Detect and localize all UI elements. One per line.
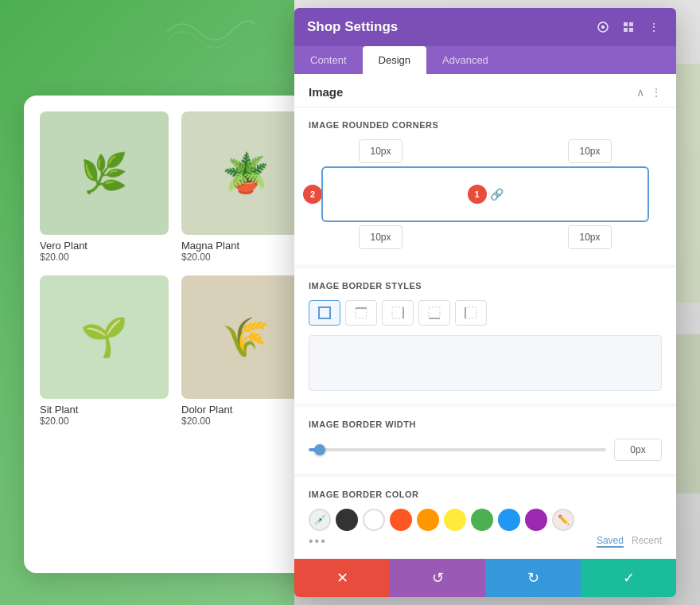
more-options-icon[interactable]: ⋮ [644,18,663,37]
border-style-bottom[interactable] [418,300,450,326]
section-header: Image ∧ ⋮ [294,74,676,107]
badge-1: 1 [468,185,487,204]
plant-item-4: 🌾 Dolor Plant $20.00 [181,275,310,427]
corners-container: 2 1 🔗 [309,139,662,249]
panel-footer: ✕ ↺ ↻ ✓ [294,559,676,597]
image-border-color-section: Image Border Color 💉 ✏️ ••• Saved Recent [294,477,676,559]
color-swatch-orange[interactable] [390,509,412,531]
border-width-row: 0px [309,439,662,461]
svg-rect-8 [356,307,367,318]
border-width-slider[interactable] [309,448,606,451]
color-palette: 💉 ✏️ [309,509,662,531]
svg-rect-11 [429,307,440,318]
svg-rect-6 [319,307,330,318]
plant-name-1: Vero Plant [40,240,169,252]
settings-panel: Shop Settings ⋮ Content Design Advanced … [294,8,676,597]
undo-button[interactable]: ↺ [390,559,485,597]
border-style-right[interactable] [382,300,414,326]
plant-grid: 🌿 Vero Plant $20.00 🪴 Magna Plant $20.00… [40,111,310,427]
collapse-icon[interactable]: ∧ [636,86,644,99]
image-border-styles-section: Image Border Styles [294,268,676,404]
plant-price-1: $20.00 [40,252,169,263]
svg-rect-3 [629,22,633,26]
tab-content[interactable]: Content [294,46,363,74]
section-more-icon[interactable]: ⋮ [651,86,662,99]
eyedropper-swatch[interactable]: 💉 [309,509,331,531]
panel-tabs: Content Design Advanced [294,46,676,74]
pencil-swatch[interactable]: ✏️ [552,509,574,531]
bottom-right-corner-input[interactable] [568,225,612,249]
plant-image-1: 🌿 [40,111,169,235]
plant-price-4: $20.00 [181,416,310,427]
section-header-actions: ∧ ⋮ [636,86,662,99]
color-swatch-black[interactable] [336,509,358,531]
panel-header-icons: ⋮ [593,18,663,37]
plant-name-3: Sit Plant [40,404,169,416]
svg-rect-4 [624,28,628,32]
plant-name-4: Dolor Plant [181,404,310,416]
panel-body: Image ∧ ⋮ Image Rounded Corners [294,74,676,559]
color-swatch-yellow[interactable] [444,509,466,531]
svg-rect-5 [629,28,633,32]
settings-icon[interactable] [593,18,612,37]
cancel-button[interactable]: ✕ [294,559,390,597]
plant-image-2: 🪴 [181,111,310,235]
layout-icon[interactable] [619,18,638,37]
corners-top-row [309,139,662,163]
plant-name-2: Magna Plant [181,240,310,252]
tab-advanced[interactable]: Advanced [426,46,504,74]
cancel-icon: ✕ [336,569,348,587]
color-swatch-green[interactable] [471,509,493,531]
slider-thumb[interactable] [314,444,325,455]
border-style-top[interactable] [345,300,377,326]
plant-image-4: 🌾 [181,275,310,399]
svg-rect-2 [624,22,628,26]
plant-item-2: 🪴 Magna Plant $20.00 [181,111,310,263]
border-styles-row [309,300,662,326]
border-color-label: Image Border Color [309,490,662,499]
tab-design[interactable]: Design [363,46,426,74]
corners-bottom-row [309,225,662,249]
top-left-corner-input[interactable] [359,139,402,163]
color-swatch-white[interactable] [363,509,385,531]
shop-preview-card: 🌿 Vero Plant $20.00 🪴 Magna Plant $20.00… [24,96,326,573]
color-swatch-blue[interactable] [498,509,520,531]
color-swatch-purple[interactable] [525,509,547,531]
redo-button[interactable]: ↻ [485,559,581,597]
bottom-left-corner-input[interactable] [359,225,402,249]
plant-item-1: 🌿 Vero Plant $20.00 [40,111,169,263]
undo-icon: ↺ [432,569,444,587]
plant-image-3: 🌱 [40,275,169,399]
panel-title: Shop Settings [307,19,398,35]
panel-header: Shop Settings ⋮ [294,8,676,46]
border-width-label: Image Border Width [309,420,662,429]
section-title: Image [309,85,343,99]
svg-point-1 [601,25,605,29]
border-width-slider-container [309,448,606,451]
border-style-preview [309,335,662,391]
plant-price-3: $20.00 [40,416,169,427]
corners-preview-box: 1 🔗 [321,166,649,222]
save-icon: ✓ [623,569,635,587]
recent-tab[interactable]: Recent [632,535,662,548]
svg-rect-9 [392,307,403,318]
border-style-all[interactable] [309,300,340,326]
image-border-width-section: Image Border Width 0px [294,407,676,474]
badge-2: 2 [303,185,322,204]
redo-icon: ↻ [527,569,539,587]
plant-item-3: 🌱 Sit Plant $20.00 [40,275,169,427]
image-rounded-corners-section: Image Rounded Corners 2 [294,107,676,265]
border-width-value[interactable]: 0px [614,439,662,461]
save-button[interactable]: ✓ [581,559,676,597]
color-tabs: Saved Recent [597,535,662,548]
color-swatch-amber[interactable] [417,509,439,531]
top-right-corner-input[interactable] [568,139,612,163]
border-style-left[interactable] [455,300,487,326]
rounded-corners-label: Image Rounded Corners [309,120,662,130]
saved-tab[interactable]: Saved [597,535,624,548]
more-colors-icon[interactable]: ••• [309,534,327,548]
border-styles-label: Image Border Styles [309,281,662,291]
link-icon[interactable]: 🔗 [490,188,504,201]
color-row-bottom: ••• Saved Recent [309,534,662,548]
svg-rect-13 [465,307,476,318]
